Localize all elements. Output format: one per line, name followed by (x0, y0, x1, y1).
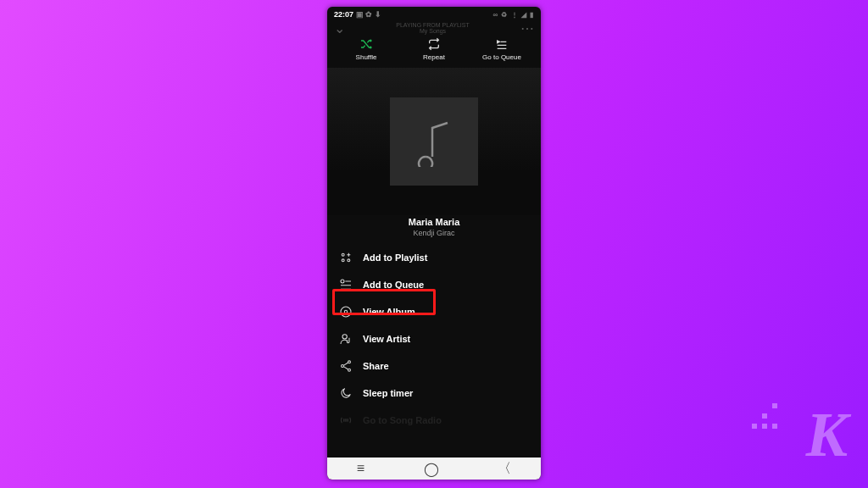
go-to-queue-button[interactable]: Go to Queue (476, 37, 528, 61)
playback-actions: Shuffle Repeat Go to Queue (327, 37, 541, 68)
svg-point-5 (344, 310, 347, 313)
view-artist-label: View Artist (363, 334, 410, 344)
moon-icon (339, 386, 353, 400)
track-info: Maria Maria Kendji Girac (327, 217, 541, 237)
context-menu: Add to Playlist Add to Queue View Album … (327, 244, 541, 427)
shuffle-label: Shuffle (356, 53, 377, 61)
album-art-placeholder (390, 97, 478, 186)
track-artist: Kendji Girac (327, 229, 541, 237)
more-icon[interactable]: ⋯ (520, 20, 534, 36)
svg-point-3 (341, 280, 344, 283)
phone-frame: 22:07 ▣ ✿ ⬇ ∞ ♻ ⋮ ◢ ▮ ⌄ PLAYING FROM PLA… (327, 7, 541, 480)
svg-point-0 (342, 253, 344, 256)
add-to-playlist-label: Add to Playlist (363, 252, 427, 263)
chevron-down-icon[interactable]: ⌄ (334, 20, 345, 36)
svg-point-1 (342, 259, 344, 262)
nav-recents-button[interactable]: ≡ (357, 461, 364, 476)
track-title: Maria Maria (327, 217, 541, 227)
share-item[interactable]: Share (327, 352, 541, 380)
shuffle-icon (359, 37, 373, 51)
repeat-button[interactable]: Repeat (408, 37, 460, 61)
playlist-add-icon (339, 251, 353, 264)
view-album-label: View Album (363, 307, 415, 317)
view-artist-item[interactable]: View Artist (327, 325, 541, 352)
add-to-queue-label: Add to Queue (363, 280, 424, 290)
svg-point-10 (345, 419, 347, 421)
sleep-timer-label: Sleep timer (363, 388, 413, 398)
header-row: ⌄ PLAYING FROM PLAYLIST My Songs ⋯ (327, 22, 541, 34)
album-art-area (327, 68, 541, 215)
shuffle-button[interactable]: Shuffle (340, 37, 392, 61)
queue-icon (495, 37, 509, 51)
app-background: 22:07 ▣ ✿ ⬇ ∞ ♻ ⋮ ◢ ▮ ⌄ PLAYING FROM PLA… (0, 0, 868, 488)
add-to-playlist-item[interactable]: Add to Playlist (327, 244, 541, 271)
svg-point-4 (341, 307, 351, 317)
svg-point-2 (348, 259, 350, 262)
add-to-queue-item[interactable]: Add to Queue (327, 271, 541, 298)
queue-add-icon (339, 278, 353, 291)
song-radio-item[interactable]: Go to Song Radio (327, 407, 541, 427)
android-nav-bar: ≡ ◯ 〈 (327, 458, 541, 480)
artist-icon (339, 332, 353, 346)
status-icons-right: ∞ ♻ ⋮ ◢ ▮ (492, 11, 534, 19)
svg-point-8 (348, 361, 351, 363)
sleep-timer-item[interactable]: Sleep timer (327, 380, 541, 407)
repeat-icon (427, 37, 441, 51)
repeat-label: Repeat (423, 53, 445, 61)
nav-back-button[interactable]: 〈 (498, 460, 511, 478)
svg-point-9 (348, 369, 351, 371)
svg-point-7 (342, 365, 344, 368)
share-icon (339, 359, 353, 373)
album-icon (339, 305, 353, 319)
queue-label: Go to Queue (482, 53, 521, 61)
brand-dots (752, 403, 779, 430)
status-time: 22:07 ▣ ✿ ⬇ (334, 10, 381, 19)
song-radio-label: Go to Song Radio (363, 415, 442, 425)
svg-point-6 (342, 335, 347, 339)
share-label: Share (363, 361, 389, 371)
view-album-item[interactable]: View Album (327, 298, 541, 325)
radio-icon (339, 413, 353, 427)
nav-home-button[interactable]: ◯ (424, 461, 439, 477)
music-note-icon (409, 116, 459, 167)
header-subtitle: PLAYING FROM PLAYLIST My Songs (345, 22, 520, 34)
brand-logo: K (806, 403, 848, 466)
status-bar: 22:07 ▣ ✿ ⬇ ∞ ♻ ⋮ ◢ ▮ (327, 7, 541, 22)
